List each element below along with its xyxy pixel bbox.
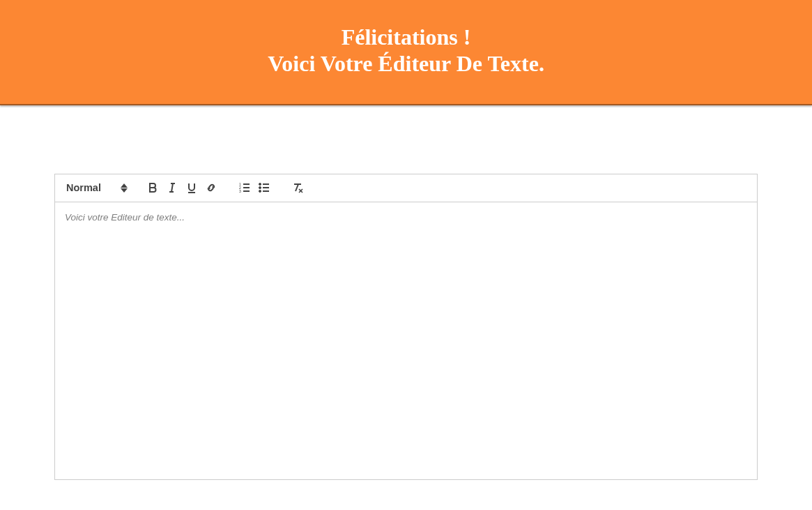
header-format-label: Normal: [66, 182, 101, 193]
svg-point-15: [259, 183, 261, 186]
link-button[interactable]: [201, 179, 221, 196]
editor-placeholder: Voici votre Editeur de texte...: [65, 212, 185, 223]
editor-toolbar: Normal: [54, 174, 758, 202]
underline-button[interactable]: [182, 179, 201, 196]
title-line-1: Félicitations !: [342, 24, 471, 50]
svg-line-4: [171, 183, 173, 192]
header-format-select[interactable]: Normal: [65, 182, 128, 193]
bullet-list-button[interactable]: [254, 179, 274, 196]
svg-line-19: [296, 184, 298, 191]
ordered-list-icon: 1 2 3: [238, 181, 251, 194]
bold-button[interactable]: [143, 179, 162, 196]
ordered-list-button[interactable]: 1 2 3: [235, 179, 254, 196]
clean-group: [288, 179, 307, 196]
svg-point-16: [259, 187, 261, 189]
link-icon: [205, 181, 217, 194]
list-group: 1 2 3: [235, 179, 274, 196]
svg-marker-0: [121, 183, 128, 188]
clear-format-icon: [291, 181, 304, 194]
bullet-list-icon: [258, 181, 270, 194]
format-group: [143, 179, 221, 196]
underline-icon: [185, 181, 198, 194]
italic-button[interactable]: [162, 179, 182, 196]
svg-text:3: 3: [239, 189, 241, 193]
chevron-up-down-icon: [121, 183, 128, 193]
editor-container: Normal: [54, 174, 758, 480]
clear-format-button[interactable]: [288, 179, 307, 196]
page-title: Félicitations ! Voici Votre Éditeur De T…: [0, 24, 812, 77]
page-header: Félicitations ! Voici Votre Éditeur De T…: [0, 0, 812, 105]
title-line-2: Voici Votre Éditeur De Texte.: [268, 51, 544, 76]
svg-marker-1: [121, 188, 128, 193]
italic-icon: [166, 181, 178, 194]
bold-icon: [146, 181, 159, 194]
svg-point-17: [259, 190, 261, 193]
editor-textarea[interactable]: Voici votre Editeur de texte...: [54, 202, 758, 480]
